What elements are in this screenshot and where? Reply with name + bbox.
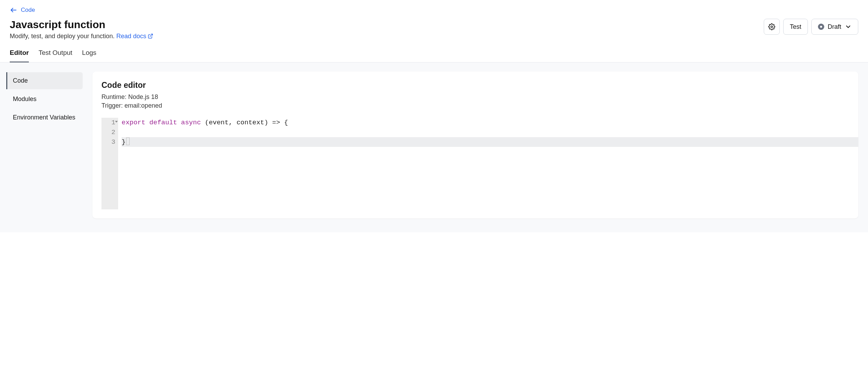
breadcrumb-label: Code: [21, 7, 35, 14]
subtitle-prefix: Modify, test, and deploy your function.: [10, 33, 116, 40]
line-number: 3: [105, 137, 115, 147]
svg-line-1: [150, 34, 153, 36]
gear-icon: [768, 23, 775, 30]
status-dropdown[interactable]: Draft: [811, 19, 858, 35]
tab-test-output[interactable]: Test Output: [39, 49, 72, 63]
runtime-info: Runtime: Node.js 18: [101, 93, 858, 101]
page-title: Javascript function: [10, 19, 153, 31]
sidebar-item-modules[interactable]: Modules: [6, 91, 83, 108]
settings-button[interactable]: [764, 19, 780, 35]
external-link-icon: [148, 33, 153, 41]
fold-marker-icon[interactable]: [115, 121, 118, 123]
tab-editor[interactable]: Editor: [10, 49, 29, 63]
code-line: export default async (event, context) =>…: [122, 118, 858, 127]
code-content[interactable]: export default async (event, context) =>…: [118, 118, 858, 209]
breadcrumb-back[interactable]: Code: [10, 6, 858, 14]
line-number: 2: [105, 127, 115, 137]
code-editor-panel: Code editor Runtime: Node.js 18 Trigger:…: [92, 72, 858, 218]
code-line: }: [122, 137, 858, 147]
svg-point-2: [771, 26, 772, 28]
code-editor[interactable]: 1 2 3 export default async (event, conte…: [101, 118, 858, 209]
test-button-label: Test: [790, 23, 801, 31]
line-number-gutter: 1 2 3: [101, 118, 118, 209]
read-docs-label: Read docs: [116, 33, 146, 40]
tab-logs[interactable]: Logs: [82, 49, 96, 63]
editor-sidebar: Code Modules Environment Variables: [6, 72, 83, 126]
arrow-left-icon: [10, 6, 17, 14]
chevron-down-icon: [845, 23, 852, 30]
test-button[interactable]: Test: [783, 19, 808, 35]
status-label: Draft: [828, 23, 841, 31]
page-subtitle: Modify, test, and deploy your function. …: [10, 33, 153, 41]
status-dot-icon: [818, 24, 824, 30]
code-line: [122, 127, 858, 137]
trigger-info: Trigger: email:opened: [101, 102, 858, 109]
sidebar-item-env-vars[interactable]: Environment Variables: [6, 109, 83, 126]
text-cursor-icon: [126, 138, 130, 145]
read-docs-link[interactable]: Read docs: [116, 33, 153, 40]
main-tabs: Editor Test Output Logs: [0, 49, 868, 63]
sidebar-item-code[interactable]: Code: [6, 72, 83, 89]
editor-heading: Code editor: [101, 81, 858, 90]
line-number: 1: [105, 118, 115, 127]
